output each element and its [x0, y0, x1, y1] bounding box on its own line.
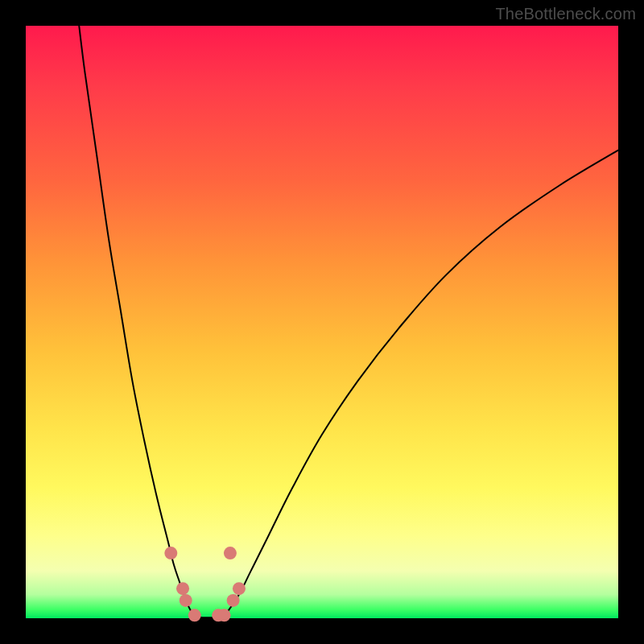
marker-dot — [224, 547, 237, 559]
plot-area — [26, 26, 618, 618]
curve-markers — [164, 547, 246, 621]
marker-dot — [218, 609, 231, 621]
marker-dot — [227, 594, 240, 607]
watermark-text: TheBottleneck.com — [495, 5, 636, 23]
bottleneck-path — [79, 26, 618, 617]
marker-dot — [188, 609, 201, 621]
marker-dot — [233, 582, 246, 595]
chart-frame: TheBottleneck.com — [0, 0, 644, 644]
curve-lines — [79, 26, 618, 617]
marker-dot — [164, 547, 177, 559]
bottleneck-curve — [26, 26, 618, 618]
marker-dot — [180, 594, 192, 607]
marker-dot — [176, 582, 189, 595]
